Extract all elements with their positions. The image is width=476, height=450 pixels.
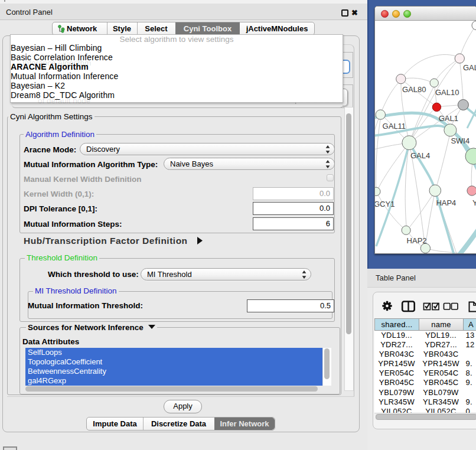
svg-text:GAL4: GAL4 — [410, 151, 430, 160]
svg-text:GCY1: GCY1 — [375, 200, 395, 208]
svg-text:GAL80: GAL80 — [402, 85, 426, 94]
svg-text:HAP2: HAP2 — [407, 236, 427, 245]
svg-text:GAL: GAL — [463, 63, 476, 72]
svg-text:HAP4: HAP4 — [436, 198, 456, 207]
svg-text:Y: Y — [472, 198, 476, 207]
svg-text:GAL10: GAL10 — [435, 88, 459, 97]
svg-text:SWI4: SWI4 — [451, 136, 470, 145]
svg-text:GAL11: GAL11 — [383, 122, 406, 131]
svg-text:GAL1: GAL1 — [439, 114, 458, 123]
